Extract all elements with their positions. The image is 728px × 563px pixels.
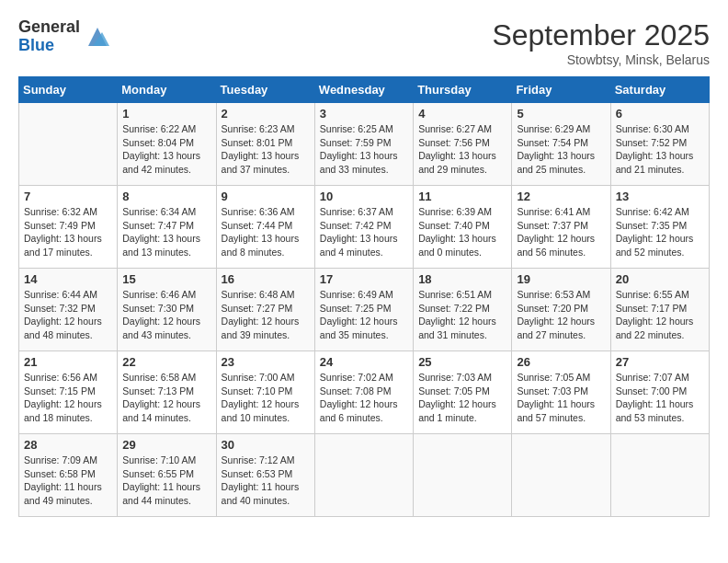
logo-icon	[84, 23, 111, 51]
week-row-2: 7Sunrise: 6:32 AMSunset: 7:49 PMDaylight…	[19, 186, 710, 269]
day-number: 15	[122, 272, 210, 286]
day-number: 11	[418, 190, 506, 203]
day-info: Sunrise: 6:27 AMSunset: 7:56 PMDaylight:…	[418, 122, 506, 177]
location-subtitle: Stowbtsy, Minsk, Belarus	[492, 52, 710, 67]
day-info: Sunrise: 6:48 AMSunset: 7:27 PMDaylight:…	[222, 288, 310, 342]
day-number: 20	[616, 272, 704, 286]
day-number: 28	[24, 438, 112, 452]
calendar-cell: 5Sunrise: 6:29 AMSunset: 7:54 PMDaylight…	[512, 103, 610, 186]
calendar-cell: 10Sunrise: 6:37 AMSunset: 7:42 PMDayligh…	[314, 186, 413, 269]
day-info: Sunrise: 6:25 AMSunset: 7:59 PMDaylight:…	[320, 122, 408, 177]
day-number: 18	[418, 272, 506, 286]
page-header: General Blue September 2025 Stowbtsy, Mi…	[18, 18, 710, 67]
day-info: Sunrise: 7:10 AMSunset: 6:55 PMDaylight:…	[122, 454, 210, 508]
calendar-cell	[314, 434, 413, 517]
day-number: 27	[616, 355, 704, 369]
month-title: September 2025	[492, 18, 710, 52]
day-info: Sunrise: 7:09 AMSunset: 6:58 PMDaylight:…	[24, 454, 112, 508]
calendar-cell: 3Sunrise: 6:25 AMSunset: 7:59 PMDaylight…	[314, 103, 413, 186]
calendar-cell	[414, 434, 512, 517]
day-info: Sunrise: 7:02 AMSunset: 7:08 PMDaylight:…	[320, 371, 408, 425]
day-number: 4	[418, 107, 506, 121]
calendar-cell: 29Sunrise: 7:10 AMSunset: 6:55 PMDayligh…	[118, 434, 216, 517]
logo: General Blue	[18, 18, 111, 55]
calendar-cell: 7Sunrise: 6:32 AMSunset: 7:49 PMDaylight…	[19, 186, 118, 269]
logo-general-text: General	[18, 18, 80, 37]
day-info: Sunrise: 6:22 AMSunset: 8:04 PMDaylight:…	[122, 122, 210, 177]
day-info: Sunrise: 6:32 AMSunset: 7:49 PMDaylight:…	[24, 205, 112, 259]
calendar-cell: 30Sunrise: 7:12 AMSunset: 6:53 PMDayligh…	[216, 434, 314, 517]
calendar-cell: 11Sunrise: 6:39 AMSunset: 7:40 PMDayligh…	[414, 186, 512, 269]
day-number: 17	[320, 272, 408, 286]
day-info: Sunrise: 6:23 AMSunset: 8:01 PMDaylight:…	[222, 122, 310, 177]
day-info: Sunrise: 6:53 AMSunset: 7:20 PMDaylight:…	[517, 288, 605, 342]
calendar-cell: 6Sunrise: 6:30 AMSunset: 7:52 PMDaylight…	[610, 103, 709, 186]
day-number: 26	[517, 355, 605, 369]
day-number: 10	[320, 190, 408, 203]
calendar-cell: 8Sunrise: 6:34 AMSunset: 7:47 PMDaylight…	[118, 186, 216, 269]
calendar-cell: 27Sunrise: 7:07 AMSunset: 7:00 PMDayligh…	[610, 351, 709, 434]
calendar-cell: 26Sunrise: 7:05 AMSunset: 7:03 PMDayligh…	[512, 351, 610, 434]
calendar-cell: 17Sunrise: 6:49 AMSunset: 7:25 PMDayligh…	[314, 269, 413, 351]
day-number: 21	[24, 355, 112, 369]
day-number: 30	[222, 438, 310, 452]
calendar-cell	[610, 434, 709, 517]
calendar-cell: 16Sunrise: 6:48 AMSunset: 7:27 PMDayligh…	[216, 269, 314, 351]
day-number: 16	[222, 272, 310, 286]
day-info: Sunrise: 7:05 AMSunset: 7:03 PMDaylight:…	[517, 371, 605, 425]
day-info: Sunrise: 6:39 AMSunset: 7:40 PMDaylight:…	[418, 205, 506, 259]
calendar-cell: 23Sunrise: 7:00 AMSunset: 7:10 PMDayligh…	[216, 351, 314, 434]
day-info: Sunrise: 6:42 AMSunset: 7:35 PMDaylight:…	[616, 205, 704, 259]
calendar-cell: 28Sunrise: 7:09 AMSunset: 6:58 PMDayligh…	[19, 434, 118, 517]
day-number: 19	[517, 272, 605, 286]
day-info: Sunrise: 6:46 AMSunset: 7:30 PMDaylight:…	[122, 288, 210, 342]
day-number: 12	[517, 190, 605, 203]
week-row-4: 21Sunrise: 6:56 AMSunset: 7:15 PMDayligh…	[19, 351, 710, 434]
calendar-cell	[512, 434, 610, 517]
day-number: 1	[122, 107, 210, 121]
day-info: Sunrise: 7:03 AMSunset: 7:05 PMDaylight:…	[418, 371, 506, 425]
day-number: 6	[616, 107, 704, 121]
weekday-header-thursday: Thursday	[414, 77, 512, 103]
day-info: Sunrise: 7:12 AMSunset: 6:53 PMDaylight:…	[222, 454, 310, 508]
weekday-header-tuesday: Tuesday	[216, 77, 314, 103]
calendar-cell: 22Sunrise: 6:58 AMSunset: 7:13 PMDayligh…	[118, 351, 216, 434]
calendar-table: SundayMondayTuesdayWednesdayThursdayFrid…	[18, 76, 710, 517]
weekday-header-friday: Friday	[512, 77, 610, 103]
weekday-header-wednesday: Wednesday	[314, 77, 413, 103]
day-info: Sunrise: 7:07 AMSunset: 7:00 PMDaylight:…	[616, 371, 704, 425]
day-info: Sunrise: 6:37 AMSunset: 7:42 PMDaylight:…	[320, 205, 408, 259]
calendar-cell: 9Sunrise: 6:36 AMSunset: 7:44 PMDaylight…	[216, 186, 314, 269]
day-number: 3	[320, 107, 408, 121]
calendar-cell: 1Sunrise: 6:22 AMSunset: 8:04 PMDaylight…	[118, 103, 216, 186]
calendar-cell: 18Sunrise: 6:51 AMSunset: 7:22 PMDayligh…	[414, 269, 512, 351]
week-row-5: 28Sunrise: 7:09 AMSunset: 6:58 PMDayligh…	[19, 434, 710, 517]
day-info: Sunrise: 6:56 AMSunset: 7:15 PMDaylight:…	[24, 371, 112, 425]
calendar-cell: 4Sunrise: 6:27 AMSunset: 7:56 PMDaylight…	[414, 103, 512, 186]
calendar-cell: 19Sunrise: 6:53 AMSunset: 7:20 PMDayligh…	[512, 269, 610, 351]
day-info: Sunrise: 6:30 AMSunset: 7:52 PMDaylight:…	[616, 122, 704, 177]
day-number: 29	[122, 438, 210, 452]
day-info: Sunrise: 6:34 AMSunset: 7:47 PMDaylight:…	[122, 205, 210, 259]
calendar-cell: 20Sunrise: 6:55 AMSunset: 7:17 PMDayligh…	[610, 269, 709, 351]
title-block: September 2025 Stowbtsy, Minsk, Belarus	[492, 18, 710, 67]
calendar-cell: 15Sunrise: 6:46 AMSunset: 7:30 PMDayligh…	[118, 269, 216, 351]
calendar-cell: 12Sunrise: 6:41 AMSunset: 7:37 PMDayligh…	[512, 186, 610, 269]
day-number: 25	[418, 355, 506, 369]
day-number: 7	[24, 190, 112, 203]
day-info: Sunrise: 6:49 AMSunset: 7:25 PMDaylight:…	[320, 288, 408, 342]
day-info: Sunrise: 7:00 AMSunset: 7:10 PMDaylight:…	[222, 371, 310, 425]
day-info: Sunrise: 6:36 AMSunset: 7:44 PMDaylight:…	[222, 205, 310, 259]
calendar-cell: 24Sunrise: 7:02 AMSunset: 7:08 PMDayligh…	[314, 351, 413, 434]
day-number: 2	[222, 107, 310, 121]
calendar-cell: 14Sunrise: 6:44 AMSunset: 7:32 PMDayligh…	[19, 269, 118, 351]
day-number: 22	[122, 355, 210, 369]
day-number: 9	[222, 190, 310, 203]
day-info: Sunrise: 6:51 AMSunset: 7:22 PMDaylight:…	[418, 288, 506, 342]
calendar-cell	[19, 103, 118, 186]
weekday-header-row: SundayMondayTuesdayWednesdayThursdayFrid…	[19, 77, 710, 103]
day-number: 13	[616, 190, 704, 203]
day-number: 8	[122, 190, 210, 203]
logo-blue-text: Blue	[18, 37, 80, 55]
day-number: 23	[222, 355, 310, 369]
